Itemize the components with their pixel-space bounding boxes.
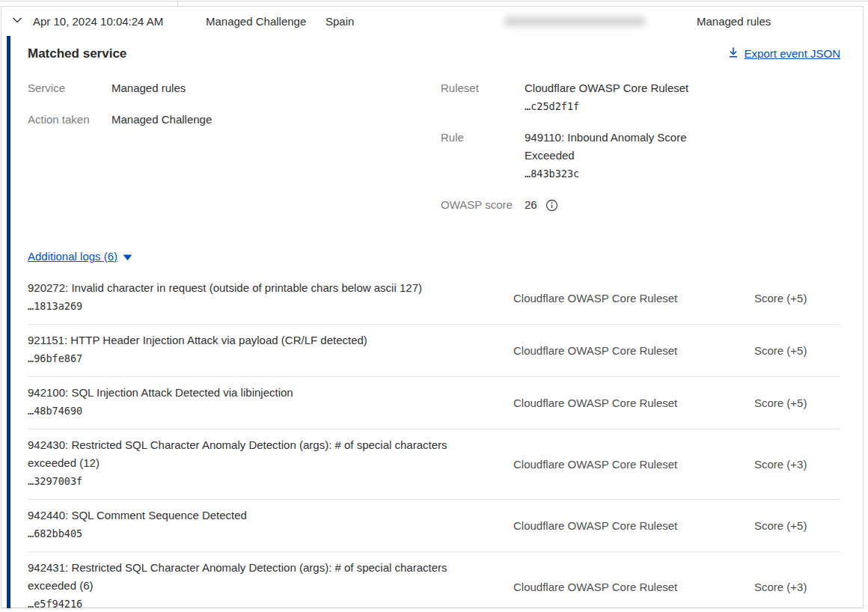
table-top-divider xyxy=(0,1,868,1)
log-rule-hash: …3297003f xyxy=(28,472,486,490)
field-ruleset-value: Cloudflare OWASP Core Ruleset xyxy=(525,79,688,97)
field-service-value: Managed rules xyxy=(111,79,186,97)
info-icon[interactable] xyxy=(545,199,558,212)
field-rule-value: 949110: Inbound Anomaly Score Exceeded xyxy=(525,129,704,165)
log-ruleset-name: Cloudflare OWASP Core Ruleset xyxy=(513,292,754,305)
log-rule-description: 942430: Restricted SQL Character Anomaly… xyxy=(28,436,486,472)
field-service: Service Managed rules xyxy=(28,79,441,97)
event-action: Managed Challenge xyxy=(206,15,326,28)
log-rule-hash: …1813a269 xyxy=(28,297,486,315)
field-owasp-score-label: OWASP score xyxy=(441,196,525,214)
additional-logs-list: 920272: Invalid character in request (ou… xyxy=(28,272,840,612)
log-rule-hash: …e5f94216 xyxy=(28,595,486,612)
field-action-taken: Action taken Managed Challenge xyxy=(28,111,441,129)
log-rule-description: 942431: Restricted SQL Character Anomaly… xyxy=(28,559,486,595)
log-rule-description: 942440: SQL Comment Sequence Detected xyxy=(28,507,486,524)
export-event-json-label: Export event JSON xyxy=(745,46,840,62)
field-action-taken-value: Managed Challenge xyxy=(111,111,212,129)
field-rule-label: Rule xyxy=(441,129,525,183)
download-icon xyxy=(727,45,739,63)
field-ruleset-label: Ruleset xyxy=(441,79,525,115)
log-rule-description: 942100: SQL Injection Attack Detected vi… xyxy=(28,384,486,402)
log-score: Score (+3) xyxy=(754,458,840,471)
field-rule: Rule 949110: Inbound Anomaly Score Excee… xyxy=(441,129,800,183)
matched-service-panel: Matched service Export event JSON Servic… xyxy=(7,36,863,608)
field-action-taken-label: Action taken xyxy=(28,111,111,129)
additional-logs-label: Additional logs (6) xyxy=(28,248,117,265)
additional-logs-toggle[interactable]: Additional logs (6) xyxy=(28,248,132,266)
log-ruleset-name: Cloudflare OWASP Core Ruleset xyxy=(513,397,754,409)
panel-title: Matched service xyxy=(28,45,126,63)
event-summary-row[interactable]: Apr 10, 2024 10:04:24 AM Managed Challen… xyxy=(1,7,863,36)
log-rule-hash: …48b74690 xyxy=(28,402,486,420)
log-ruleset-name: Cloudflare OWASP Core Ruleset xyxy=(513,519,754,532)
log-score: Score (+5) xyxy=(754,397,840,409)
log-row: 942431: Restricted SQL Character Anomaly… xyxy=(28,552,840,612)
log-rule-hash: …96bfe867 xyxy=(28,349,486,367)
log-row: 942430: Restricted SQL Character Anomaly… xyxy=(28,429,840,500)
log-score: Score (+3) xyxy=(754,581,840,593)
log-score: Score (+5) xyxy=(754,292,840,305)
chevron-down-icon xyxy=(11,14,23,28)
log-rule-description: 920272: Invalid character in request (ou… xyxy=(28,279,486,297)
log-row: 921151: HTTP Header Injection Attack via… xyxy=(28,325,840,377)
redacted-hostname-blur xyxy=(504,16,646,26)
export-event-json-link[interactable]: Export event JSON xyxy=(727,45,840,63)
field-owasp-score-value: 26 xyxy=(525,196,537,214)
field-ruleset-hash: …c25d2f1f xyxy=(525,97,688,115)
log-row: 942440: SQL Comment Sequence Detected …6… xyxy=(28,500,840,552)
field-owasp-score: OWASP score 26 xyxy=(441,196,800,214)
log-ruleset-name: Cloudflare OWASP Core Ruleset xyxy=(513,458,754,471)
event-timestamp: Apr 10, 2024 10:04:24 AM xyxy=(33,15,206,28)
event-country: Spain xyxy=(326,15,504,28)
log-score: Score (+5) xyxy=(754,519,840,532)
matched-service-fields: Service Managed rules Action taken Manag… xyxy=(28,79,840,227)
log-ruleset-name: Cloudflare OWASP Core Ruleset xyxy=(513,344,754,357)
event-service: Managed rules xyxy=(697,15,771,28)
log-rule-description: 921151: HTTP Header Injection Attack via… xyxy=(28,331,486,349)
field-service-label: Service xyxy=(28,79,111,97)
log-ruleset-name: Cloudflare OWASP Core Ruleset xyxy=(513,581,754,593)
event-detail-container: Apr 10, 2024 10:04:24 AM Managed Challen… xyxy=(1,6,864,608)
field-ruleset: Ruleset Cloudflare OWASP Core Ruleset …c… xyxy=(441,79,800,115)
log-rule-hash: …682bb405 xyxy=(28,524,486,542)
caret-down-icon xyxy=(123,249,132,266)
log-score: Score (+5) xyxy=(754,344,840,357)
log-row: 920272: Invalid character in request (ou… xyxy=(28,272,840,325)
log-row: 942100: SQL Injection Attack Detected vi… xyxy=(28,377,840,429)
collapse-chevron-button[interactable] xyxy=(11,14,33,28)
event-host-redacted xyxy=(504,16,697,26)
field-rule-hash: …843b323c xyxy=(525,165,704,183)
